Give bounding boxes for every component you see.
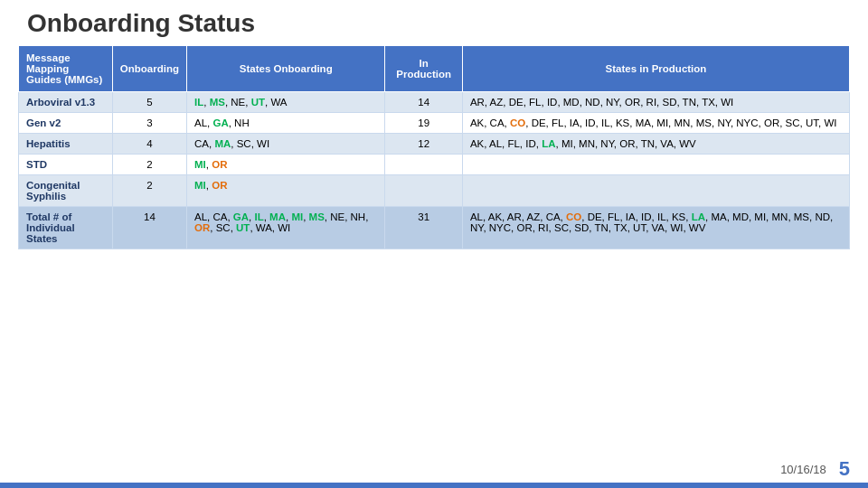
footer-page-number: 5	[839, 457, 850, 481]
in-production-count: 14	[385, 92, 462, 113]
bottom-bar	[0, 483, 868, 488]
table-row: STD 2 MI, OR	[19, 155, 850, 175]
guide-name: Congenital Syphilis	[19, 175, 113, 207]
footer-date: 10/16/18	[780, 463, 826, 476]
state-colored: GA	[233, 211, 249, 222]
total-row: Total # ofIndividual States 14 AL, CA, G…	[19, 207, 850, 249]
states-onboarding: MI, OR	[187, 175, 385, 207]
total-in-production-count: 31	[385, 207, 462, 249]
guide-name: Arboviral v1.3	[19, 92, 113, 113]
state-colored: IL	[254, 211, 263, 222]
total-states-onboarding: AL, CA, GA, IL, MA, MI, MS, NE, NH, OR, …	[187, 207, 385, 249]
guide-name: Gen v2	[19, 113, 113, 134]
table-row: Hepatitis 4 CA, MA, SC, WI 12 AK, AL, FL…	[19, 134, 850, 155]
state-colored: MI	[194, 180, 206, 191]
onboarding-count: 3	[112, 113, 186, 134]
states-production: AK, CA, CO, DE, FL, IA, ID, IL, KS, MA, …	[462, 113, 849, 134]
table-row: Gen v2 3 AL, GA, NH 19 AK, CA, CO, DE, F…	[19, 113, 850, 134]
state-colored: CO	[566, 211, 581, 222]
state-colored: CO	[510, 117, 525, 128]
in-production-count	[385, 155, 462, 175]
onboarding-count: 2	[112, 155, 186, 175]
onboarding-table: Message MappingGuides (MMGs) Onboarding …	[18, 45, 850, 249]
state-colored: GA	[212, 117, 228, 128]
in-production-count: 12	[385, 134, 462, 155]
table-header-row: Message MappingGuides (MMGs) Onboarding …	[19, 46, 850, 92]
total-onboarding-count: 14	[112, 207, 186, 249]
col-header-states-onboarding: States Onboarding	[187, 46, 385, 92]
total-states-production: AL, AK, AR, AZ, CA, CO, DE, FL, IA, ID, …	[462, 207, 849, 249]
state-colored: UT	[251, 97, 265, 108]
onboarding-count: 5	[112, 92, 186, 113]
states-production: AR, AZ, DE, FL, ID, MD, ND, NY, OR, RI, …	[462, 92, 849, 113]
state-colored: LA	[542, 138, 555, 149]
state-colored: OR	[212, 180, 227, 191]
state-colored: IL	[194, 97, 203, 108]
states-production	[462, 175, 849, 207]
onboarding-count: 2	[112, 175, 186, 207]
in-production-count: 19	[385, 113, 462, 134]
state-colored: MS	[309, 211, 325, 222]
col-header-guide: Message MappingGuides (MMGs)	[19, 46, 113, 92]
col-header-in-production: In Production	[385, 46, 462, 92]
state-colored: MA	[269, 211, 286, 222]
table-row: Arboviral v1.3 5 IL, MS, NE, UT, WA 14 A…	[19, 92, 850, 113]
page-title: Onboarding Status	[0, 0, 868, 45]
state-colored: LA	[692, 211, 705, 222]
guide-name: Hepatitis	[19, 134, 113, 155]
state-colored: OR	[212, 159, 227, 170]
states-onboarding: CA, MA, SC, WI	[187, 134, 385, 155]
states-production: AK, AL, FL, ID, LA, MI, MN, NY, OR, TN, …	[462, 134, 849, 155]
state-colored: MI	[291, 211, 303, 222]
state-colored: UT	[236, 222, 250, 233]
total-label: Total # ofIndividual States	[19, 207, 113, 249]
guide-name: STD	[19, 155, 113, 175]
state-colored: MS	[210, 97, 225, 108]
table-wrapper: Message MappingGuides (MMGs) Onboarding …	[0, 45, 868, 249]
table-row: Congenital Syphilis 2 MI, OR	[19, 175, 850, 207]
onboarding-count: 4	[112, 134, 186, 155]
state-colored: MI	[194, 159, 206, 170]
col-header-states-production: States in Production	[462, 46, 849, 92]
footer: 10/16/18 5	[780, 457, 850, 481]
states-onboarding: AL, GA, NH	[187, 113, 385, 134]
state-colored: MA	[214, 138, 231, 149]
col-header-onboarding: Onboarding	[112, 46, 186, 92]
in-production-count	[385, 175, 462, 207]
states-onboarding: IL, MS, NE, UT, WA	[187, 92, 385, 113]
state-colored: OR	[194, 222, 210, 233]
states-production	[462, 155, 849, 175]
states-onboarding: MI, OR	[187, 155, 385, 175]
